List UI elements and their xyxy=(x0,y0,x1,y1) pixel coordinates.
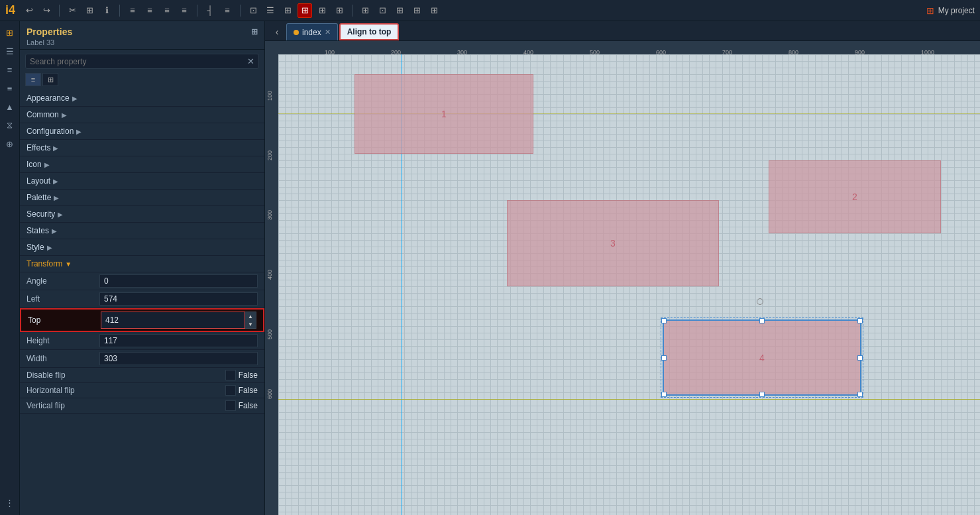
prop-top-decrement[interactable]: ▼ xyxy=(245,320,256,328)
section-effects[interactable]: Effects ▶ xyxy=(20,140,264,156)
tab-index-close[interactable]: ✕ xyxy=(325,28,331,36)
section-style-label: Style xyxy=(27,243,44,252)
toolbar-misc3[interactable]: ⊞ xyxy=(392,3,407,18)
sidebar-icon-pages[interactable]: ☰ xyxy=(1,42,19,60)
toolbar-list1[interactable]: ≡ xyxy=(125,3,140,18)
view-grid-btn[interactable]: ⊞ xyxy=(42,73,58,86)
section-security[interactable]: Security ▶ xyxy=(20,206,264,223)
prop-height-input[interactable] xyxy=(99,334,258,347)
section-states[interactable]: States ▶ xyxy=(20,223,264,239)
prop-horizontal-flip-toggle[interactable]: False xyxy=(225,385,258,396)
section-common[interactable]: Common ▶ xyxy=(20,107,264,123)
sidebar-icon-settings[interactable]: ⋮ xyxy=(1,494,19,511)
toolbar-list2[interactable]: ≡ xyxy=(142,3,157,18)
sidebar-icon-history[interactable]: ⧖ xyxy=(1,117,19,134)
handle-mr[interactable] xyxy=(857,355,863,361)
toolbar-cut[interactable]: ✂ xyxy=(65,3,80,18)
canvas-content[interactable]: 1 2 3 4 xyxy=(278,54,980,515)
sidebar-icon-home[interactable]: ⊞ xyxy=(1,24,19,41)
section-layout-arrow: ▶ xyxy=(53,178,58,185)
prop-angle-input[interactable] xyxy=(99,274,258,288)
section-palette[interactable]: Palette ▶ xyxy=(20,190,264,206)
canvas-tab-index[interactable]: index ✕ xyxy=(286,23,338,40)
toolbar-list4[interactable]: ≡ xyxy=(177,3,191,18)
prop-horizontal-flip-checkbox[interactable] xyxy=(225,385,236,396)
sidebar-icon-components[interactable]: ≡ xyxy=(1,80,19,97)
prop-disable-flip-checkbox[interactable] xyxy=(225,370,236,380)
panel-copy-icon[interactable]: ⊞ xyxy=(251,27,258,36)
search-clear-icon[interactable]: ✕ xyxy=(247,56,254,66)
toolbar-grid1[interactable]: ⊡ xyxy=(246,3,260,18)
sidebar-icon-layers[interactable]: ≡ xyxy=(1,61,19,78)
prop-vertical-flip-toggle[interactable]: False xyxy=(225,400,258,411)
handle-bm[interactable] xyxy=(759,392,765,397)
toolbar-sep-5 xyxy=(352,5,353,17)
section-appearance-arrow: ▶ xyxy=(72,95,78,102)
toolbar-sep-2 xyxy=(119,5,120,17)
toolbar-undo[interactable]: ↩ xyxy=(22,3,36,18)
toolbar-chart2[interactable]: ≡ xyxy=(220,3,235,18)
canvas-rect-2[interactable]: 2 xyxy=(769,160,941,233)
prop-disable-flip-toggle[interactable]: False xyxy=(225,370,258,380)
toolbar-misc1[interactable]: ⊞ xyxy=(358,3,372,18)
canvas-tab-align-to-top[interactable]: Align to top xyxy=(339,23,400,40)
canvas-tab-nav-prev[interactable]: ‹ xyxy=(269,23,285,40)
prop-vertical-flip-label: Vertical flip xyxy=(27,401,225,410)
section-layout-label: Layout xyxy=(27,176,50,186)
handle-br[interactable] xyxy=(857,392,863,397)
toolbar-misc4[interactable]: ⊞ xyxy=(409,3,424,18)
prop-top-label: Top xyxy=(28,315,101,325)
section-effects-arrow: ▶ xyxy=(53,144,58,152)
section-transform-arrow: ▼ xyxy=(65,260,72,268)
prop-height-label: Height xyxy=(27,336,99,345)
toolbar-list3[interactable]: ≡ xyxy=(160,3,174,18)
section-transform[interactable]: Transform ▼ xyxy=(20,256,264,272)
section-layout[interactable]: Layout ▶ xyxy=(20,173,264,190)
prop-top-spin-container: ▲ ▼ xyxy=(101,312,256,329)
toolbar-copy[interactable]: ⊞ xyxy=(82,3,97,18)
toolbar-info[interactable]: ℹ xyxy=(99,3,114,18)
prop-width-input[interactable] xyxy=(99,352,258,365)
toolbar-chart1[interactable]: ┤ xyxy=(203,3,217,18)
prop-top-input[interactable] xyxy=(101,312,245,329)
section-icon[interactable]: Icon ▶ xyxy=(20,156,264,173)
toolbar-misc5[interactable]: ⊞ xyxy=(427,3,441,18)
view-list-btn[interactable]: ≡ xyxy=(25,73,41,86)
search-input[interactable] xyxy=(30,57,247,66)
section-appearance-label: Appearance xyxy=(27,93,70,103)
prop-top-increment[interactable]: ▲ xyxy=(245,312,256,320)
canvas-rect-3[interactable]: 3 xyxy=(507,200,719,286)
ruler-tick-300: 300 xyxy=(457,49,467,54)
canvas-viewport[interactable]: 100 200 300 400 500 600 700 800 900 1000… xyxy=(265,41,980,515)
prop-row-height: Height xyxy=(20,332,264,350)
ruler-v-tick-100: 100 xyxy=(266,91,273,101)
prop-vertical-flip-checkbox[interactable] xyxy=(225,400,236,411)
section-appearance[interactable]: Appearance ▶ xyxy=(20,90,264,107)
ruler-corner xyxy=(265,41,278,54)
sidebar-icon-add[interactable]: ⊕ xyxy=(1,135,19,152)
icon-sidebar: ⊞ ☰ ≡ ≡ ▲ ⧖ ⊕ ⋮ xyxy=(0,21,20,515)
section-style[interactable]: Style ▶ xyxy=(20,239,264,256)
prop-left-input[interactable] xyxy=(99,292,258,306)
toolbar-bar2[interactable]: ⊞ xyxy=(332,3,347,18)
handle-tr[interactable] xyxy=(857,318,863,323)
handle-tm[interactable] xyxy=(759,318,765,323)
canvas-rect-4[interactable]: 4 xyxy=(663,319,861,396)
handle-bl[interactable] xyxy=(661,392,667,397)
section-icon-arrow: ▶ xyxy=(44,161,50,168)
ruler-vertical: 100 200 300 400 500 600 xyxy=(265,54,278,515)
ruler-v-tick-400: 400 xyxy=(266,270,273,280)
prop-row-horizontal-flip: Horizontal flip False xyxy=(20,383,264,398)
toolbar-grid3[interactable]: ⊞ xyxy=(280,3,295,18)
section-configuration[interactable]: Configuration ▶ xyxy=(20,123,264,140)
ruler-tick-200: 200 xyxy=(391,49,401,54)
sidebar-icon-assets[interactable]: ▲ xyxy=(1,98,19,115)
toolbar-bar1[interactable]: ⊞ xyxy=(315,3,329,18)
canvas-rect-1[interactable]: 1 xyxy=(354,74,533,154)
handle-tl[interactable] xyxy=(661,318,667,323)
toolbar-misc2[interactable]: ⊡ xyxy=(375,3,390,18)
toolbar-grid2[interactable]: ☰ xyxy=(263,3,278,18)
toolbar-align-active active[interactable]: ⊞ xyxy=(298,3,312,18)
handle-ml[interactable] xyxy=(661,355,667,361)
toolbar-redo[interactable]: ↪ xyxy=(39,3,54,18)
